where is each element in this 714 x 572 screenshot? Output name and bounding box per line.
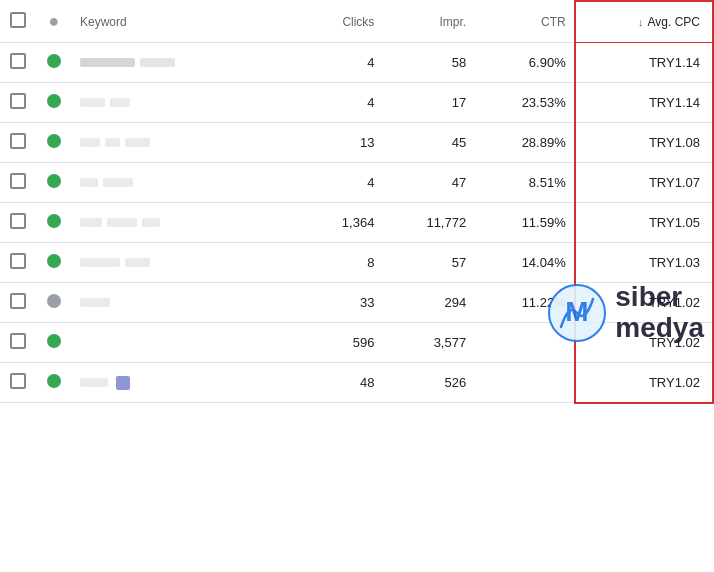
row-status-cell	[36, 123, 72, 163]
select-all-checkbox[interactable]	[10, 12, 26, 28]
row-status-cell	[36, 363, 72, 403]
header-status: ●	[36, 1, 72, 43]
row-ctr: 28.89%	[474, 123, 575, 163]
row-clicks: 4	[302, 163, 382, 203]
row-checkbox-cell	[0, 83, 36, 123]
row-status-cell	[36, 323, 72, 363]
row-clicks: 8	[302, 243, 382, 283]
row-impressions: 17	[382, 83, 474, 123]
row-keyword-cell[interactable]	[72, 363, 302, 403]
row-checkbox-cell	[0, 363, 36, 403]
row-clicks: 4	[302, 83, 382, 123]
data-table-wrapper: ● Keyword Clicks Impr. CTR ↓Avg. CPC 458…	[0, 0, 714, 404]
row-checkbox[interactable]	[10, 293, 26, 309]
header-impressions[interactable]: Impr.	[382, 1, 474, 43]
keyword-text	[80, 178, 294, 187]
row-avgcpc: TRY1.08	[575, 123, 713, 163]
row-checkbox-cell	[0, 323, 36, 363]
row-clicks: 48	[302, 363, 382, 403]
table-header-row: ● Keyword Clicks Impr. CTR ↓Avg. CPC	[0, 1, 713, 43]
row-checkbox[interactable]	[10, 173, 26, 189]
row-checkbox[interactable]	[10, 333, 26, 349]
row-checkbox[interactable]	[10, 253, 26, 269]
row-checkbox-cell	[0, 43, 36, 83]
row-checkbox-cell	[0, 203, 36, 243]
header-clicks[interactable]: Clicks	[302, 1, 382, 43]
status-dot	[47, 334, 61, 348]
row-impressions: 294	[382, 283, 474, 323]
row-ctr: 14.04%	[474, 243, 575, 283]
table-row: 4586.90%TRY1.14	[0, 43, 713, 83]
header-avgcpc[interactable]: ↓Avg. CPC	[575, 1, 713, 43]
row-impressions: 526	[382, 363, 474, 403]
keyword-text	[80, 376, 294, 390]
row-avgcpc: TRY1.07	[575, 163, 713, 203]
row-avgcpc: TRY1.14	[575, 43, 713, 83]
keyword-text	[80, 298, 294, 307]
row-avgcpc: TRY1.03	[575, 243, 713, 283]
sort-arrow-icon: ↓	[638, 16, 644, 28]
row-clicks: 33	[302, 283, 382, 323]
status-dot	[47, 374, 61, 388]
row-avgcpc: TRY1.14	[575, 83, 713, 123]
row-clicks: 4	[302, 43, 382, 83]
keyword-text	[80, 98, 294, 107]
row-status-cell	[36, 283, 72, 323]
status-dot	[47, 294, 61, 308]
row-impressions: 57	[382, 243, 474, 283]
row-checkbox-cell	[0, 163, 36, 203]
table-row: 85714.04%TRY1.03	[0, 243, 713, 283]
table-row: 1,36411,77211.59%TRY1.05	[0, 203, 713, 243]
row-impressions: 58	[382, 43, 474, 83]
table-row: 3329411.22%TRY1.02	[0, 283, 713, 323]
row-ctr	[474, 363, 575, 403]
table-row: 48526TRY1.02	[0, 363, 713, 403]
header-ctr[interactable]: CTR	[474, 1, 575, 43]
row-checkbox[interactable]	[10, 93, 26, 109]
row-keyword-cell[interactable]	[72, 203, 302, 243]
row-keyword-cell[interactable]	[72, 323, 302, 363]
row-ctr: 11.22%	[474, 283, 575, 323]
row-avgcpc: TRY1.02	[575, 323, 713, 363]
row-keyword-cell[interactable]	[72, 243, 302, 283]
status-dot	[47, 54, 61, 68]
row-checkbox[interactable]	[10, 133, 26, 149]
status-dot	[47, 174, 61, 188]
header-checkbox[interactable]	[0, 1, 36, 43]
row-clicks: 596	[302, 323, 382, 363]
status-dot	[47, 254, 61, 268]
row-ctr	[474, 323, 575, 363]
row-avgcpc: TRY1.02	[575, 283, 713, 323]
row-status-cell	[36, 83, 72, 123]
row-keyword-cell[interactable]	[72, 123, 302, 163]
table-row: 4478.51%TRY1.07	[0, 163, 713, 203]
keyword-text	[80, 218, 294, 227]
row-keyword-cell[interactable]	[72, 163, 302, 203]
row-checkbox[interactable]	[10, 373, 26, 389]
row-checkbox[interactable]	[10, 53, 26, 69]
row-checkbox-cell	[0, 123, 36, 163]
row-ctr: 8.51%	[474, 163, 575, 203]
header-keyword[interactable]: Keyword	[72, 1, 302, 43]
row-status-cell	[36, 203, 72, 243]
row-checkbox[interactable]	[10, 213, 26, 229]
status-dot	[47, 134, 61, 148]
row-impressions: 11,772	[382, 203, 474, 243]
row-clicks: 13	[302, 123, 382, 163]
row-impressions: 47	[382, 163, 474, 203]
row-keyword-cell[interactable]	[72, 83, 302, 123]
row-impressions: 45	[382, 123, 474, 163]
row-status-cell	[36, 243, 72, 283]
table-row: 41723.53%TRY1.14	[0, 83, 713, 123]
row-avgcpc: TRY1.02	[575, 363, 713, 403]
status-dot	[47, 94, 61, 108]
keyword-text	[80, 58, 294, 67]
row-status-cell	[36, 43, 72, 83]
row-ctr: 6.90%	[474, 43, 575, 83]
status-dot	[47, 214, 61, 228]
row-keyword-cell[interactable]	[72, 283, 302, 323]
row-keyword-cell[interactable]	[72, 43, 302, 83]
row-checkbox-cell	[0, 283, 36, 323]
row-ctr: 23.53%	[474, 83, 575, 123]
table-row: 134528.89%TRY1.08	[0, 123, 713, 163]
